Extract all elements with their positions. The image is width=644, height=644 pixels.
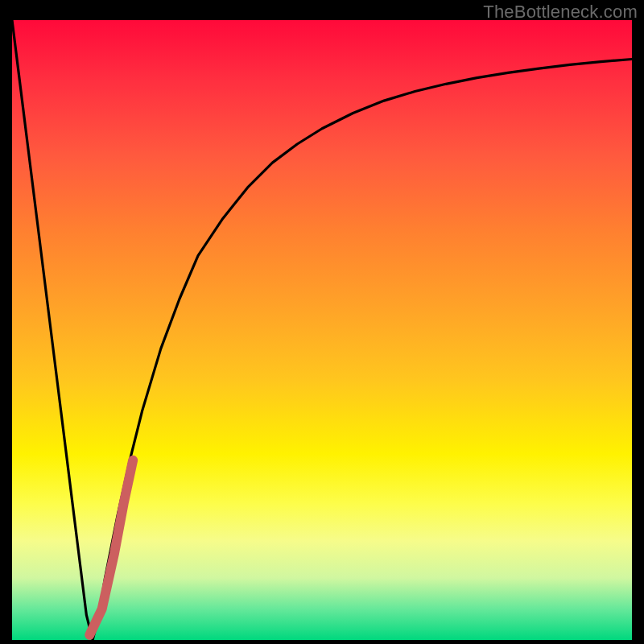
- bottleneck-curve: [12, 20, 632, 640]
- chart-frame: [12, 20, 632, 640]
- highlight-segment: [89, 460, 133, 635]
- chart-svg: [12, 20, 632, 640]
